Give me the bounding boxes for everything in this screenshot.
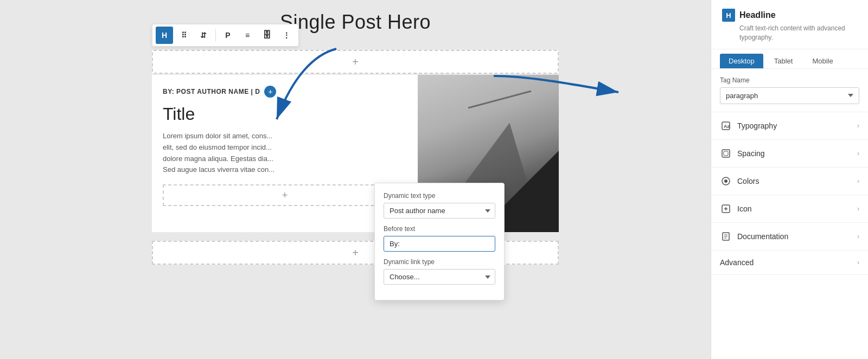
widget-description: Craft text-rich content with advanced ty…: [739, 24, 857, 42]
colors-label: Colors: [737, 177, 759, 185]
accordion-advanced-header[interactable]: Advanced ›: [720, 251, 859, 274]
spacing-label: Spacing: [737, 149, 765, 158]
dynamic-type-select[interactable]: Post author name: [384, 203, 495, 219]
icon-label: Icon: [737, 204, 751, 213]
accordion-colors-header[interactable]: Colors ›: [720, 168, 859, 195]
accordion-spacing-left: Spacing: [720, 148, 765, 159]
responsive-tabs: Desktop Tablet Mobile: [711, 49, 868, 69]
canvas-area: Single Post Hero + H: [0, 0, 711, 359]
toolbar-align-button[interactable]: ≡: [239, 27, 256, 44]
tag-name-select[interactable]: paragraph: [720, 87, 859, 104]
toolbar-dynamic-button[interactable]: 🗄: [258, 27, 276, 44]
accordion-icon-header[interactable]: Icon ›: [720, 195, 859, 222]
accordion-typography-header[interactable]: Aa Typography ›: [720, 112, 859, 139]
accordion-icon-left: Icon: [720, 203, 751, 215]
plus-icon-block: +: [282, 190, 288, 201]
before-text-label: Before text: [384, 225, 495, 233]
plus-icon-bottom: +: [352, 247, 359, 259]
accordion-colors: Colors ›: [711, 168, 868, 195]
accordion-documentation-left: Documentation: [720, 230, 788, 242]
icon-chevron-icon: ›: [857, 205, 859, 213]
accordion-documentation-header[interactable]: Documentation ›: [720, 223, 859, 250]
toolbar-h-button[interactable]: H: [156, 27, 173, 44]
icon-section-icon: [720, 203, 732, 215]
author-text: BY: POST AUTHOR NAME | D: [163, 88, 260, 95]
accordion-advanced-left: Advanced: [720, 258, 754, 267]
accordion-documentation: Documentation ›: [711, 223, 868, 251]
widget-title-row: H Headline: [722, 9, 857, 22]
dynamic-popup: Dynamic text type Post author name Befor…: [374, 183, 505, 300]
colors-icon: [720, 175, 732, 187]
advanced-chevron-icon: ›: [857, 259, 859, 266]
sidebar-header: H Headline Craft text-rich content with …: [711, 0, 868, 49]
before-text-input[interactable]: [384, 236, 495, 252]
tab-mobile[interactable]: Mobile: [803, 54, 841, 68]
tag-name-label: Tag Name: [720, 76, 859, 84]
documentation-label: Documentation: [737, 232, 788, 241]
tab-desktop[interactable]: Desktop: [720, 54, 763, 68]
svg-rect-4: [722, 150, 730, 157]
arrow-right-indicator: [488, 65, 629, 111]
toolbar-p-button[interactable]: P: [219, 27, 237, 44]
page-title: Single Post Hero: [280, 11, 431, 34]
typography-icon: Aa: [720, 120, 732, 132]
advanced-label: Advanced: [720, 258, 754, 267]
accordion-spacing: Spacing ›: [711, 140, 868, 168]
widget-icon: H: [722, 9, 735, 22]
dynamic-type-label: Dynamic text type: [384, 192, 495, 200]
sidebar: H Headline Craft text-rich content with …: [711, 0, 868, 359]
toolbar-more-button[interactable]: ⋮: [278, 27, 295, 44]
svg-rect-5: [724, 151, 728, 156]
tag-name-section: Tag Name paragraph: [711, 69, 868, 112]
accordion-spacing-header[interactable]: Spacing ›: [720, 140, 859, 167]
spacing-icon: [720, 148, 732, 159]
toolbar-divider: [215, 29, 216, 42]
accordion-icon: Icon ›: [711, 195, 868, 223]
typography-chevron-icon: ›: [857, 122, 859, 130]
widget-name: Headline: [739, 10, 776, 20]
spacing-chevron-icon: ›: [857, 150, 859, 157]
plus-icon-top: +: [352, 56, 359, 68]
add-block-bar[interactable]: +: [163, 184, 407, 206]
post-body: Lorem ipsum dolor sit amet, cons... elit…: [163, 131, 407, 176]
accordion-colors-left: Colors: [720, 175, 759, 187]
svg-point-7: [724, 180, 727, 183]
accordion-typography: Aa Typography ›: [711, 112, 868, 140]
accordion-advanced: Advanced ›: [711, 251, 868, 275]
colors-chevron-icon: ›: [857, 177, 859, 185]
link-type-label: Dynamic link type: [384, 258, 495, 266]
accordion-typography-left: Aa Typography: [720, 120, 777, 132]
link-type-select[interactable]: Choose...: [384, 269, 495, 285]
documentation-chevron-icon: ›: [857, 233, 859, 240]
svg-text:Aa: Aa: [724, 124, 730, 129]
documentation-icon: [720, 230, 732, 242]
toolbar-updown-button[interactable]: ⇵: [195, 27, 212, 44]
arrow-down-left-indicator: [260, 43, 347, 132]
toolbar-drag-button[interactable]: ⠿: [175, 27, 193, 44]
tab-tablet[interactable]: Tablet: [765, 54, 802, 68]
typography-label: Typography: [737, 121, 777, 130]
